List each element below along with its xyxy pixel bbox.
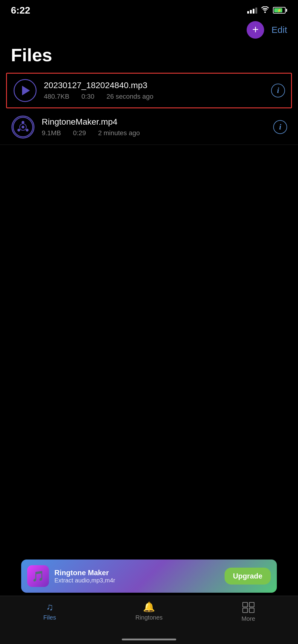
music-icon: 🎵 [32, 570, 44, 582]
top-actions: + Edit [0, 18, 298, 42]
ringtones-tab-icon: 🔔 [143, 602, 155, 612]
file-icon-audio [13, 78, 37, 103]
home-indicator [122, 639, 176, 640]
svg-rect-9 [249, 608, 254, 613]
tab-files[interactable]: ♫ Files [0, 601, 99, 621]
file-name-2: RingtoneMaker.mp4 [42, 117, 267, 127]
svg-point-5 [18, 129, 20, 132]
wifi-icon [261, 6, 269, 14]
more-tab-icon [242, 602, 254, 613]
file-meta-1: 480.7KB 0:30 26 seconds ago [44, 93, 264, 100]
tab-files-label: Files [43, 614, 56, 621]
file-item-2[interactable]: RingtoneMaker.mp4 9.1MB 0:29 2 minutes a… [0, 110, 298, 145]
upgrade-button[interactable]: Upgrade [225, 568, 271, 585]
page-title: Files [0, 42, 298, 72]
status-icons: ⚡ [247, 6, 287, 14]
file-icon-video [11, 115, 35, 139]
file-duration-1: 0:30 [81, 93, 94, 100]
reel-icon [11, 116, 34, 139]
file-list: 20230127_182024840.mp3 480.7KB 0:30 26 s… [0, 73, 298, 145]
tab-bar: ♫ Files 🔔 Ringtones More [0, 596, 298, 644]
svg-rect-8 [243, 608, 248, 613]
info-button-2[interactable]: i [273, 120, 287, 134]
files-tab-icon: ♫ [46, 602, 53, 612]
info-button-1[interactable]: i [271, 84, 285, 97]
play-triangle [22, 86, 30, 95]
ad-subtitle: Extract audio,mp3,m4r [54, 577, 219, 584]
file-meta-2: 9.1MB 0:29 2 minutes ago [42, 129, 267, 137]
battery-icon: ⚡ [273, 7, 287, 14]
ad-text: Ringtone Maker Extract audio,mp3,m4r [54, 569, 219, 584]
plus-icon: + [252, 24, 259, 35]
ad-banner[interactable]: 🎵 Ringtone Maker Extract audio,mp3,m4r U… [21, 560, 277, 593]
file-duration-2: 0:29 [73, 129, 86, 137]
tab-ringtones-label: Ringtones [135, 614, 163, 621]
status-bar: 6:22 ⚡ [0, 0, 298, 18]
svg-point-2 [21, 126, 24, 128]
play-icon [14, 79, 37, 102]
edit-button[interactable]: Edit [271, 25, 287, 35]
add-button[interactable]: + [247, 21, 264, 39]
status-time: 6:22 [11, 5, 30, 16]
svg-rect-7 [249, 602, 254, 607]
tab-ringtones[interactable]: 🔔 Ringtones [99, 601, 199, 621]
signal-icon [247, 7, 257, 14]
file-info-1: 20230127_182024840.mp3 480.7KB 0:30 26 s… [44, 81, 264, 100]
file-timestamp-2: 2 minutes ago [98, 129, 140, 137]
file-name-1: 20230127_182024840.mp3 [44, 81, 264, 90]
svg-point-3 [21, 121, 24, 124]
ad-title: Ringtone Maker [54, 569, 219, 577]
svg-point-4 [26, 129, 28, 132]
svg-rect-6 [243, 602, 248, 607]
tab-more[interactable]: More [199, 601, 298, 622]
tab-more-label: More [241, 615, 255, 622]
file-size-1: 480.7KB [44, 93, 69, 100]
file-timestamp-1: 26 seconds ago [106, 93, 153, 100]
file-info-2: RingtoneMaker.mp4 9.1MB 0:29 2 minutes a… [42, 117, 267, 137]
ad-icon: 🎵 [27, 565, 49, 587]
file-item-1[interactable]: 20230127_182024840.mp3 480.7KB 0:30 26 s… [6, 73, 292, 108]
file-size-2: 9.1MB [42, 129, 61, 137]
